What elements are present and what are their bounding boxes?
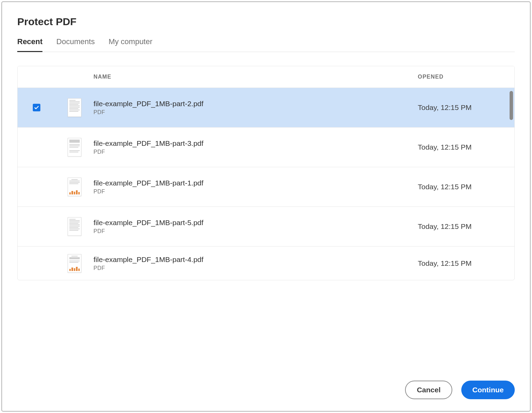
file-row[interactable]: file-example_PDF_1MB-part-5.pdf PDF Toda… xyxy=(18,206,514,246)
file-opened: Today, 12:15 PM xyxy=(418,103,514,112)
file-name: file-example_PDF_1MB-part-5.pdf xyxy=(93,219,418,227)
file-name: file-example_PDF_1MB-part-3.pdf xyxy=(93,139,418,148)
file-thumbnail-icon xyxy=(68,178,81,196)
name-column-header: NAME xyxy=(93,74,111,80)
tab-my-computer[interactable]: My computer xyxy=(109,37,152,52)
file-thumbnail-icon xyxy=(68,138,81,157)
dialog-title: Protect PDF xyxy=(17,16,515,28)
file-type: PDF xyxy=(93,189,418,195)
dialog-footer: Cancel Continue xyxy=(17,370,515,399)
tab-documents[interactable]: Documents xyxy=(56,37,95,52)
file-thumbnail-icon xyxy=(68,217,81,236)
file-thumbnail-icon xyxy=(68,98,81,117)
file-checkbox[interactable] xyxy=(33,104,40,111)
file-row[interactable]: file-example_PDF_1MB-part-2.pdf PDF Toda… xyxy=(18,88,514,127)
file-opened: Today, 12:15 PM xyxy=(418,143,514,151)
file-type: PDF xyxy=(93,109,418,115)
file-name: file-example_PDF_1MB-part-2.pdf xyxy=(93,100,418,108)
file-opened: Today, 12:15 PM xyxy=(418,259,514,268)
file-row[interactable]: file-example_PDF_1MB-part-4.pdf PDF Toda… xyxy=(18,246,514,280)
file-row[interactable]: file-example_PDF_1MB-part-3.pdf PDF Toda… xyxy=(18,127,514,167)
table-header: NAME OPENED xyxy=(18,66,514,88)
continue-button[interactable]: Continue xyxy=(461,381,515,399)
file-table: NAME OPENED file-example_PDF_1MB-part-2.… xyxy=(17,66,515,280)
opened-column-header: OPENED xyxy=(418,74,444,80)
file-name: file-example_PDF_1MB-part-1.pdf xyxy=(93,179,418,187)
tab-recent[interactable]: Recent xyxy=(17,37,42,52)
scrollbar-thumb[interactable] xyxy=(510,91,513,120)
file-opened: Today, 12:15 PM xyxy=(418,183,514,191)
file-name: file-example_PDF_1MB-part-4.pdf xyxy=(93,255,418,264)
tab-bar: Recent Documents My computer xyxy=(17,37,515,52)
file-row[interactable]: file-example_PDF_1MB-part-1.pdf PDF Toda… xyxy=(18,167,514,206)
file-type: PDF xyxy=(93,265,418,271)
check-icon xyxy=(34,105,39,110)
file-type: PDF xyxy=(93,149,418,155)
file-thumbnail-icon xyxy=(68,254,81,273)
cancel-button[interactable]: Cancel xyxy=(405,381,452,399)
file-opened: Today, 12:15 PM xyxy=(418,222,514,231)
protect-pdf-dialog: Protect PDF Recent Documents My computer… xyxy=(1,1,531,412)
file-type: PDF xyxy=(93,228,418,234)
